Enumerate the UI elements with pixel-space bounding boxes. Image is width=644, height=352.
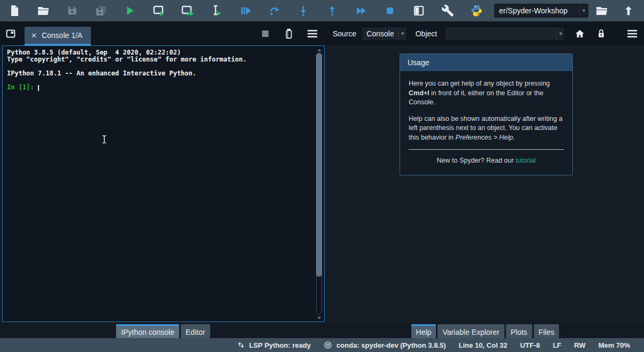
run-cell-and-advance-button[interactable] — [173, 0, 202, 21]
tab-variable-explorer[interactable]: Variable Explorer — [438, 324, 504, 338]
conda-env-status: conda: spyder-dev (Python 3.8.5) — [324, 341, 446, 349]
tab-label: Plots — [511, 328, 527, 336]
open-file-button[interactable] — [29, 0, 58, 21]
source-value: Console — [362, 29, 398, 38]
step-return-icon — [326, 4, 339, 17]
open-file-icon — [37, 4, 50, 17]
arrow-up-icon — [623, 5, 634, 17]
browse-tabs-icon — [5, 28, 17, 40]
source-combobox[interactable]: Console ▼ — [362, 27, 407, 41]
new-file-icon — [8, 4, 21, 17]
hamburger-menu-icon — [627, 29, 638, 38]
ipython-console-input[interactable]: Python 3.8.5 (default, Sep 4 2020, 02:22… — [2, 45, 325, 322]
help-pane: Source Console ▼ Object ▼ — [326, 21, 644, 338]
tab-console-1a[interactable]: ✕ Console 1/A — [25, 27, 91, 45]
preferences-button[interactable] — [433, 0, 462, 21]
chevron-down-icon[interactable]: ▼ — [579, 4, 588, 17]
help-options-menu-button[interactable] — [622, 23, 643, 44]
tab-editor[interactable]: Editor — [181, 324, 210, 338]
cursor-position-status: Line 10, Col 32 — [459, 341, 508, 349]
tab-label: IPython console — [121, 328, 174, 336]
tab-label: Help — [416, 328, 432, 336]
object-label: Object — [416, 29, 437, 38]
tutorial-link[interactable]: tutorial — [516, 157, 536, 164]
chevron-down-icon[interactable]: ▼ — [398, 27, 407, 40]
run-cell-button[interactable] — [144, 0, 173, 21]
hamburger-menu-icon — [307, 29, 318, 38]
preferences-wrench-icon — [441, 4, 454, 17]
main-area: ✕ Console 1/A Python 3.8.5 (default — [0, 21, 644, 338]
right-bottom-tabbar: Help Variable Explorer Plots Files — [326, 322, 644, 338]
main-toolbar: er/Spyder-Workshop ▼ — [0, 0, 644, 21]
console-scrollbar[interactable] — [316, 47, 323, 321]
python-path-manager-button[interactable] — [462, 0, 491, 21]
browse-tabs-button[interactable] — [0, 23, 21, 44]
tab-help[interactable]: Help — [411, 324, 436, 338]
interrupt-kernel-button[interactable] — [254, 23, 277, 44]
scroll-down-arrow[interactable] — [316, 315, 323, 321]
step-over-icon — [268, 4, 281, 17]
save-icon — [66, 5, 78, 17]
conda-env-text: conda: spyder-dev (Python 3.8.5) — [336, 341, 446, 349]
step-over-button[interactable] — [260, 0, 289, 21]
debug-file-button[interactable] — [231, 0, 260, 21]
console-options-menu-button[interactable] — [301, 23, 324, 44]
browse-working-directory-button[interactable] — [588, 0, 615, 21]
spyder-window: er/Spyder-Workshop ▼ ✕ Console 1/A — [0, 0, 644, 352]
python-logo-icon — [470, 4, 484, 18]
object-combobox[interactable]: ▼ — [444, 27, 565, 41]
lock-icon — [596, 28, 606, 40]
step-into-button[interactable] — [289, 0, 318, 21]
run-selection-button[interactable] — [202, 0, 231, 21]
help-pane-header: Source Console ▼ Object ▼ — [326, 21, 644, 45]
divider — [409, 149, 564, 150]
working-directory-combobox[interactable]: er/Spyder-Workshop ▼ — [494, 4, 588, 18]
lock-pane-button[interactable] — [591, 23, 612, 44]
tab-ipython-console[interactable]: IPython console — [116, 324, 179, 338]
run-cell-and-advance-icon — [181, 4, 195, 18]
parent-directory-button[interactable] — [615, 0, 642, 21]
status-bar: LSP Python: ready conda: spyder-dev (Pyt… — [0, 338, 644, 352]
permissions-status: RW — [574, 341, 585, 349]
console-tab-label: Console 1/A — [42, 31, 82, 40]
home-icon — [574, 28, 585, 39]
encoding-status: UTF-8 — [520, 341, 540, 349]
console-prompt-line: In [1]: — [7, 84, 313, 91]
mouse-cursor-ibeam — [101, 134, 108, 146]
step-return-button[interactable] — [318, 0, 347, 21]
tab-plots[interactable]: Plots — [506, 324, 532, 338]
lsp-status: LSP Python: ready — [237, 341, 311, 349]
save-button[interactable] — [58, 0, 87, 21]
remove-console-button[interactable] — [277, 23, 301, 44]
trash-icon — [283, 28, 294, 40]
console-line: IPython 7.18.1 -- An enhanced Interactiv… — [7, 70, 313, 77]
run-file-button[interactable] — [116, 0, 144, 21]
run-file-icon — [124, 5, 136, 17]
help-content: Usage Here you can get help of any objec… — [326, 45, 644, 322]
lsp-status-text: LSP Python: ready — [249, 341, 311, 349]
menu-path: Preferences > Help — [456, 134, 513, 141]
memory-status: Mem 70% — [599, 341, 630, 349]
maximize-pane-button[interactable] — [404, 0, 433, 21]
lsp-transfer-icon — [237, 341, 245, 349]
save-all-button[interactable] — [87, 0, 116, 21]
left-bottom-tabbar: IPython console Editor — [0, 322, 326, 338]
help-home-button[interactable] — [569, 23, 591, 44]
scrollbar-thumb[interactable] — [316, 53, 322, 277]
usage-card-body: Here you can get help of any object by p… — [400, 71, 572, 175]
close-tab-icon[interactable]: ✕ — [31, 32, 37, 40]
text-caret — [38, 85, 39, 91]
save-all-icon — [95, 4, 108, 17]
step-into-icon — [297, 4, 310, 17]
usage-paragraph-1: Here you can get help of any object by p… — [409, 79, 564, 108]
tab-label: Variable Explorer — [442, 328, 499, 336]
chevron-down-icon[interactable]: ▼ — [556, 27, 564, 40]
usage-card: Usage Here you can get help of any objec… — [400, 53, 573, 175]
tab-files[interactable]: Files — [534, 324, 559, 338]
working-directory-value: er/Spyder-Workshop — [495, 6, 579, 15]
stop-debugging-button[interactable] — [375, 0, 404, 21]
source-label: Source — [333, 29, 356, 38]
new-file-button[interactable] — [0, 0, 29, 21]
scroll-up-arrow[interactable] — [316, 47, 323, 53]
continue-execution-button[interactable] — [347, 0, 375, 21]
